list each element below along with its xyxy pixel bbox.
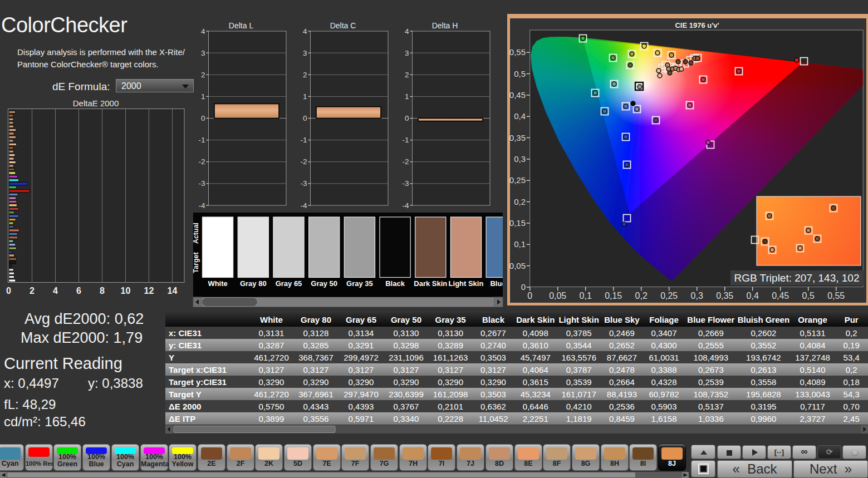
svg-text:10: 10 xyxy=(121,286,131,295)
svg-text:6: 6 xyxy=(76,286,81,295)
svg-text:0,15: 0,15 xyxy=(605,291,622,300)
svg-text:2: 2 xyxy=(303,71,307,79)
svg-text:DeltaE 2000: DeltaE 2000 xyxy=(73,98,119,108)
svg-text:0,2: 0,2 xyxy=(514,197,526,206)
svg-text:2: 2 xyxy=(405,71,409,79)
svg-text:3: 3 xyxy=(201,49,205,57)
svg-text:1: 1 xyxy=(405,92,409,101)
svg-text:4: 4 xyxy=(303,27,307,36)
svg-text:0,4: 0,4 xyxy=(747,291,759,300)
svg-text:0,5: 0,5 xyxy=(802,291,815,300)
svg-text:0,3: 0,3 xyxy=(514,154,526,164)
svg-text:0,55: 0,55 xyxy=(827,291,845,300)
svg-text:-2: -2 xyxy=(300,157,307,166)
svg-text:Dark Skin: Dark Skin xyxy=(414,279,447,288)
svg-text:0,3: 0,3 xyxy=(691,291,703,300)
svg-text:CIE 1976 u'v': CIE 1976 u'v' xyxy=(675,21,719,29)
svg-text:0,05: 0,05 xyxy=(509,261,526,270)
svg-text:Actual: Actual xyxy=(192,223,200,244)
svg-text:-3: -3 xyxy=(198,179,205,188)
svg-text:0,35: 0,35 xyxy=(509,133,526,142)
svg-text:-1: -1 xyxy=(300,136,307,144)
svg-text:0,05: 0,05 xyxy=(549,291,566,300)
svg-text:-1: -1 xyxy=(402,136,409,144)
svg-text:0,4: 0,4 xyxy=(514,111,526,121)
svg-text:Gray 35: Gray 35 xyxy=(346,279,373,288)
svg-text:White: White xyxy=(208,279,227,288)
svg-text:Delta L: Delta L xyxy=(229,21,254,30)
svg-text:0,1: 0,1 xyxy=(514,239,526,249)
svg-text:0: 0 xyxy=(6,286,11,295)
svg-text:0: 0 xyxy=(303,114,307,122)
svg-text:Gray 50: Gray 50 xyxy=(311,279,337,288)
svg-text:3: 3 xyxy=(303,49,307,57)
svg-text:RGB Triplet: 207, 143, 102: RGB Triplet: 207, 143, 102 xyxy=(734,272,860,284)
svg-text:0,45: 0,45 xyxy=(509,90,526,100)
svg-text:-4: -4 xyxy=(402,201,409,210)
svg-text:1: 1 xyxy=(201,92,205,101)
svg-text:0,25: 0,25 xyxy=(660,291,678,300)
svg-text:3: 3 xyxy=(405,49,409,57)
svg-text:0: 0 xyxy=(405,114,409,122)
svg-text:Gray 65: Gray 65 xyxy=(276,279,302,288)
svg-text:1: 1 xyxy=(303,92,307,101)
svg-text:0,25: 0,25 xyxy=(509,175,526,185)
svg-text:4: 4 xyxy=(201,27,205,36)
svg-text:-3: -3 xyxy=(300,179,307,188)
svg-text:0,5: 0,5 xyxy=(514,69,526,78)
svg-text:Delta C: Delta C xyxy=(330,21,356,30)
svg-text:0,55: 0,55 xyxy=(509,47,526,57)
svg-text:0: 0 xyxy=(201,114,205,122)
svg-text:8: 8 xyxy=(100,286,105,295)
svg-text:2: 2 xyxy=(201,71,205,79)
svg-text:4: 4 xyxy=(53,286,58,295)
svg-text:Light Skin: Light Skin xyxy=(449,279,484,288)
svg-text:-4: -4 xyxy=(300,201,307,210)
svg-text:0: 0 xyxy=(527,291,532,300)
svg-text:4: 4 xyxy=(405,27,409,36)
svg-text:Delta H: Delta H xyxy=(432,21,458,30)
svg-text:14: 14 xyxy=(168,286,178,295)
svg-text:-1: -1 xyxy=(198,136,205,144)
svg-text:Gray 80: Gray 80 xyxy=(240,279,267,288)
svg-text:-2: -2 xyxy=(402,157,409,166)
svg-text:-4: -4 xyxy=(198,201,205,210)
svg-text:2: 2 xyxy=(30,286,35,295)
svg-text:-3: -3 xyxy=(402,179,409,188)
svg-text:0,35: 0,35 xyxy=(716,291,733,300)
svg-text:0,2: 0,2 xyxy=(635,291,648,300)
svg-text:Black: Black xyxy=(385,279,405,288)
svg-text:0,45: 0,45 xyxy=(772,291,789,300)
svg-text:Target: Target xyxy=(192,252,200,273)
svg-text:0,1: 0,1 xyxy=(580,291,592,300)
svg-text:-2: -2 xyxy=(198,157,205,166)
svg-text:0: 0 xyxy=(521,282,526,292)
svg-text:0,15: 0,15 xyxy=(509,218,526,228)
svg-text:12: 12 xyxy=(144,286,154,295)
